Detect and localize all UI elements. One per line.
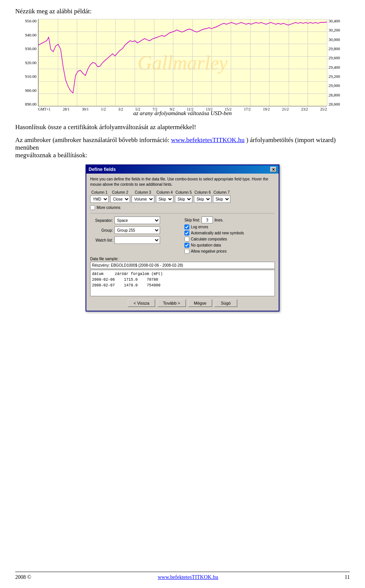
dialog-buttons: < Vissza Tovább > Mégse Súgó xyxy=(90,299,275,307)
separator-line xyxy=(90,213,275,213)
auto-add-checkbox[interactable] xyxy=(184,231,189,236)
col5-label: Column 5 xyxy=(176,190,192,194)
calc-composites-label: Calculate composites xyxy=(191,237,227,241)
col6-label: Column 6 xyxy=(195,190,211,194)
no-quotation-checkbox[interactable] xyxy=(184,243,189,248)
no-quotation-row: No quotation data xyxy=(184,243,275,248)
dialog-close-button[interactable]: ✕ xyxy=(270,167,276,172)
log-errors-label: Log errors xyxy=(191,225,208,229)
col3-select-wrap[interactable]: Volume xyxy=(132,195,154,203)
col1-select-wrap[interactable]: YMD xyxy=(90,195,109,203)
dialog-body: Here you can define the fields in the da… xyxy=(86,174,279,311)
data-file-section: Data file sample: Részvény: EBGOLD1000$ … xyxy=(90,257,275,296)
define-fields-dialog: Define fields ✕ Here you can define the … xyxy=(86,164,279,311)
skip-first-suffix: lines. xyxy=(214,218,223,222)
chart-y-labels-right: 30,400 30,200 30,000 29,800 29,600 29,40… xyxy=(327,19,348,106)
separator-select[interactable]: Space xyxy=(115,218,160,223)
col-group-6: Column 6 Skip xyxy=(194,190,211,203)
col4-label: Column 4 xyxy=(157,190,173,194)
col5-select[interactable]: Skip xyxy=(175,197,192,202)
dialog-titlebar: Define fields ✕ xyxy=(86,165,279,174)
col3-label: Column 3 xyxy=(135,190,151,194)
auto-add-label: Automatically add new symbols xyxy=(191,231,244,235)
footer-page: 11 xyxy=(345,574,350,580)
watchlist-select-wrap[interactable] xyxy=(114,236,160,244)
col-group-1: Column 1 YMD xyxy=(90,190,109,203)
log-errors-row: Log errors xyxy=(184,224,275,229)
group-select-wrap[interactable]: Group 255 xyxy=(114,226,160,234)
settings-grid: Separator: Space Group: Group 255 xyxy=(90,217,275,254)
col-group-2: Column 2 Close xyxy=(110,190,130,203)
no-quotation-label: No quotation data xyxy=(191,243,221,247)
col7-label: Column 7 xyxy=(214,190,230,194)
col3-select[interactable]: Volume xyxy=(132,197,154,202)
allow-negative-label: Allow negative prices xyxy=(191,249,227,253)
watchlist-select[interactable] xyxy=(115,238,160,243)
col-group-7: Column 7 Skip xyxy=(213,190,230,203)
col7-select[interactable]: Skip xyxy=(213,197,230,202)
data-file-sample-header: Részvény: EBGOLD1000$ (2008-02-06 - 2008… xyxy=(90,262,275,269)
chart-container: 950.00 940.00 930.00 920.00 910.00 900.0… xyxy=(17,19,348,106)
chart-x-labels: GMT+1 28/1 30/1 1/2 3/2 5/2 7/2 9/2 11/2… xyxy=(38,106,327,111)
separator-label: Separator: xyxy=(90,218,113,223)
section2-link[interactable]: www.befektetesTITKOK.hu xyxy=(171,136,244,144)
data-file-label: Data file sample: xyxy=(90,257,275,261)
tovabb-button[interactable]: Tovább > xyxy=(157,299,186,307)
data-file-content-inner: dátum záróár forgalom (mFt) 2008-02-06 1… xyxy=(92,271,273,288)
megse-button[interactable]: Mégse xyxy=(188,299,212,307)
chart-plot-area: Gallmarley xyxy=(38,19,327,106)
section2-text3: megváltoznak a beállítások: xyxy=(15,152,87,159)
data-file-row-0: dátum záróár forgalom (mFt) xyxy=(92,271,273,277)
sugo-button[interactable]: Súgó xyxy=(214,299,237,307)
footer: 2008 © www.befektetesTITKOK.hu 11 xyxy=(15,572,350,580)
col1-label: Column 1 xyxy=(91,190,108,194)
col6-select[interactable]: Skip xyxy=(194,197,211,202)
dialog-wrapper: Define fields ✕ Here you can define the … xyxy=(15,164,350,311)
intro-text: Nézzük meg az alábbi példát: xyxy=(15,8,350,15)
col4-select[interactable]: Skip xyxy=(156,197,173,202)
watchlist-label: Watch list: xyxy=(90,238,113,242)
col2-select-wrap[interactable]: Close xyxy=(110,195,130,203)
separator-select-wrap[interactable]: Space xyxy=(114,217,160,224)
skip-first-label: Skip first: xyxy=(184,218,200,222)
more-columns-checkbox[interactable] xyxy=(90,205,95,210)
col4-select-wrap[interactable]: Skip xyxy=(156,195,173,203)
dialog-description: Here you can define the fields in the da… xyxy=(90,177,275,187)
auto-add-row: Automatically add new symbols xyxy=(184,231,275,236)
log-errors-checkbox[interactable] xyxy=(184,224,189,229)
footer-copyright: 2008 © xyxy=(15,574,31,580)
col6-select-wrap[interactable]: Skip xyxy=(194,195,211,203)
right-col: Skip first: lines. Log errors Automatica… xyxy=(184,217,275,254)
data-file-content: dátum záróár forgalom (mFt) 2008-02-06 1… xyxy=(90,270,275,296)
col1-select[interactable]: YMD xyxy=(90,197,108,202)
section2-text1: Az amibroker (amibroker használatáról bő… xyxy=(15,136,169,144)
chart-y-labels-left: 950.00 940.00 930.00 920.00 910.00 900.0… xyxy=(17,19,38,106)
allow-negative-checkbox[interactable] xyxy=(184,249,189,254)
allow-negative-row: Allow negative prices xyxy=(184,249,275,254)
col5-select-wrap[interactable]: Skip xyxy=(175,195,192,203)
col-group-4: Column 4 Skip xyxy=(156,190,173,203)
left-col: Separator: Space Group: Group 255 xyxy=(90,217,181,254)
calc-composites-checkbox[interactable] xyxy=(184,237,189,242)
section1-text: Hasonlítsuk össze a certifikátok árfolya… xyxy=(15,123,350,131)
col-group-3: Column 3 Volume xyxy=(132,190,154,203)
separator-row: Separator: Space xyxy=(90,217,181,224)
section2-block: Az amibroker (amibroker használatáról bő… xyxy=(15,136,350,159)
data-file-row-2: 2008-02-07 1479.0 754900 xyxy=(92,283,273,288)
col2-select[interactable]: Close xyxy=(111,197,130,202)
watchlist-row: Watch list: xyxy=(90,236,181,244)
data-file-row-1: 2008-02-06 1715.0 70780 xyxy=(92,277,273,283)
dialog-title: Define fields xyxy=(89,167,116,172)
calc-composites-row: Calculate composites xyxy=(184,237,275,242)
footer-link[interactable]: www.befektetesTITKOK.hu xyxy=(158,574,218,580)
group-label: Group: xyxy=(90,228,113,232)
group-select[interactable]: Group 255 xyxy=(115,228,160,233)
vissza-button[interactable]: < Vissza xyxy=(128,299,155,307)
more-columns-label: More columns xyxy=(97,205,121,210)
skip-first-input[interactable] xyxy=(202,217,213,223)
group-row: Group: Group 255 xyxy=(90,226,181,234)
columns-row: Column 1 YMD Column 2 Close xyxy=(90,190,275,203)
skip-first-row: Skip first: lines. xyxy=(184,217,275,223)
col7-select-wrap[interactable]: Skip xyxy=(213,195,230,203)
col2-label: Column 2 xyxy=(112,190,129,194)
